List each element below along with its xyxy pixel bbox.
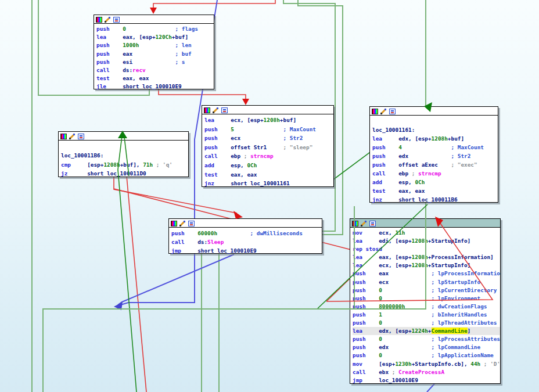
code-line[interactable]: loc_10001161: xyxy=(372,125,498,134)
code-token: eax xyxy=(379,270,389,276)
cmp-q-block-titlebar[interactable] xyxy=(59,132,188,141)
code-line[interactable]: call ebp ; strncmp xyxy=(372,169,498,178)
sleep-call-block-titlebar[interactable] xyxy=(169,219,322,228)
code-line[interactable]: jnz short loc_100011B6 xyxy=(372,195,498,204)
code-line[interactable]: test eax, eax xyxy=(96,74,214,82)
edit-pencil-icon[interactable] xyxy=(69,134,76,139)
code-token: 1208h xyxy=(412,238,428,244)
code-line[interactable]: call ds:Sleep xyxy=(171,238,322,246)
code-token: mov xyxy=(353,229,379,236)
code-line[interactable]: push 0 ; lpProcessAttributes xyxy=(353,335,500,343)
code-line[interactable]: mov [esp+1230h+StartupInfo.cb], 44h ; 'D… xyxy=(353,360,500,368)
strncmp-sleep-block-titlebar[interactable] xyxy=(202,106,333,114)
code-line[interactable]: call ds:recv xyxy=(96,66,214,74)
code-token: call xyxy=(372,170,398,177)
code-line[interactable] xyxy=(372,117,498,125)
code-token: ; buf xyxy=(175,51,191,57)
createprocess-block-titlebar[interactable] xyxy=(350,219,500,228)
text-frame-icon[interactable] xyxy=(188,221,195,226)
code-line[interactable]: jmp loc_100010E9 xyxy=(353,376,500,384)
highlighted-identifier: CommandLine xyxy=(432,328,468,334)
flow-edge-13 xyxy=(427,384,434,392)
code-line[interactable]: call ebp ; strncmp xyxy=(204,152,333,161)
code-line[interactable]: push 60000h ; dwMilliseconds xyxy=(171,229,322,238)
code-line[interactable]: push 0 ; flags xyxy=(96,25,214,33)
recv-block-titlebar[interactable] xyxy=(94,15,214,24)
palette-icon[interactable] xyxy=(171,221,177,226)
disassembly-graph-canvas[interactable]: push 0 ; flagslea eax, [esp+120Ch+buf]pu… xyxy=(0,0,539,392)
code-line[interactable]: push edx ; Str2 xyxy=(372,152,498,160)
code-token: strncmp xyxy=(250,153,274,159)
code-line[interactable]: lea ecx, [esp+1208h+buf] xyxy=(204,116,333,125)
code-line[interactable]: push edx ; lpCommandLine xyxy=(353,343,500,351)
text-frame-icon[interactable] xyxy=(221,107,228,113)
code-line[interactable]: mov ecx, 11h xyxy=(353,229,500,237)
code-line[interactable]: push 0 ; lpEnvironment xyxy=(353,294,500,303)
code-line[interactable]: add esp, 0Ch xyxy=(372,178,498,186)
palette-icon[interactable] xyxy=(60,134,67,139)
code-line[interactable]: push 1000h ; len xyxy=(96,41,214,49)
code-line[interactable]: push offset aExec ; "exec" xyxy=(372,160,498,169)
createprocess-block[interactable]: mov ecx, 11hlea edi, [esp+1208h+StartupI… xyxy=(350,218,501,384)
code-line[interactable]: test eax, eax xyxy=(204,170,333,179)
code-line[interactable]: push esi ; s xyxy=(96,58,214,66)
code-token: 1224h xyxy=(412,328,428,334)
text-frame-icon[interactable] xyxy=(369,221,376,226)
code-line[interactable]: push offset Str1 ; "sleep" xyxy=(204,143,333,152)
strncmp-exec-block[interactable]: loc_10001161:lea edx, [esp+1208h+buf]pus… xyxy=(369,106,498,203)
edit-pencil-icon[interactable] xyxy=(105,17,111,23)
code-line[interactable]: loc_100011B6: xyxy=(61,151,188,160)
code-line[interactable]: lea edi, [esp+1208h+StartupInfo] xyxy=(353,237,500,245)
code-line[interactable]: push 4 ; MaxCount xyxy=(372,143,498,152)
code-token: strncmp xyxy=(418,170,441,177)
code-line[interactable]: cmp [esp+1208h+buf], 71h ; 'q' xyxy=(61,160,188,170)
cmp-q-block[interactable]: loc_100011B6:cmp [esp+1208h+buf], 71h ; … xyxy=(58,131,189,177)
edit-pencil-icon[interactable] xyxy=(380,109,387,114)
flow-edge-5 xyxy=(219,0,343,392)
code-token: eax, eax xyxy=(123,75,149,81)
code-line[interactable]: call ebx ; CreateProcessA xyxy=(353,368,500,376)
code-line[interactable]: push 0 ; lpThreadAttributes xyxy=(353,319,500,327)
code-token: offset aExec xyxy=(398,161,438,168)
text-frame-icon[interactable] xyxy=(78,134,84,139)
palette-icon[interactable] xyxy=(96,17,102,23)
palette-icon[interactable] xyxy=(352,221,358,226)
code-line[interactable]: rep stosd xyxy=(353,245,500,253)
code-line[interactable]: lea eax, [esp+120Ch+buf] xyxy=(96,33,214,41)
palette-icon[interactable] xyxy=(204,107,210,113)
palette-icon[interactable] xyxy=(372,109,378,114)
code-line[interactable]: push 0 ; lpCurrentDirectory xyxy=(353,286,500,294)
code-line[interactable]: push eax ; buf xyxy=(96,50,214,58)
code-token xyxy=(382,319,432,326)
code-line[interactable]: add esp, 0Ch xyxy=(204,161,333,170)
strncmp-exec-block-titlebar[interactable] xyxy=(370,107,498,116)
edit-pencil-icon[interactable] xyxy=(361,221,367,226)
code-token xyxy=(438,161,451,168)
edit-pencil-icon[interactable] xyxy=(213,107,219,113)
code-line[interactable]: push ecx ; Str2 xyxy=(204,134,333,143)
text-frame-icon[interactable] xyxy=(113,17,120,23)
code-line[interactable]: push 0 ; lpApplicationName xyxy=(353,351,500,359)
text-frame-icon[interactable] xyxy=(389,109,396,114)
code-token: test xyxy=(96,75,123,81)
edit-pencil-icon[interactable] xyxy=(179,221,186,226)
code-line[interactable]: jle short loc_100010E9 xyxy=(96,82,214,91)
code-line[interactable]: lea edx, [esp+1208h+buf] xyxy=(372,134,498,143)
code-line[interactable]: jmp short loc_100010E9 xyxy=(171,246,322,255)
code-line[interactable]: lea edx, [esp+1224h+CommandLine] xyxy=(353,327,500,335)
strncmp-sleep-block[interactable]: lea ecx, [esp+1208h+buf]push 5 ; MaxCoun… xyxy=(202,105,334,187)
code-line[interactable]: jz short loc_100011D0 xyxy=(61,169,188,178)
code-line[interactable]: test eax, eax xyxy=(372,186,498,195)
code-line[interactable]: push eax ; lpProcessInformation xyxy=(353,269,500,278)
code-line[interactable]: lea eax, [esp+1208h+ProcessInformation] xyxy=(353,253,500,261)
code-line[interactable]: push 1 ; bInheritHandles xyxy=(353,311,500,319)
recv-block[interactable]: push 0 ; flagslea eax, [esp+120Ch+buf]pu… xyxy=(94,15,214,89)
code-line[interactable] xyxy=(61,142,188,151)
code-line[interactable]: jnz short loc_10001161 xyxy=(204,179,333,188)
code-token: loc_100011B6: xyxy=(61,152,103,159)
code-line[interactable]: push ecx ; lpStartupInfo xyxy=(353,278,500,286)
code-line[interactable]: push 8000000h ; dwCreationFlags xyxy=(353,303,500,311)
code-line[interactable]: lea ecx, [esp+1208h+StartupInfo] xyxy=(353,261,500,269)
code-line[interactable]: push 5 ; MaxCount xyxy=(204,125,333,134)
sleep-call-block[interactable]: push 60000h ; dwMillisecondscall ds:Slee… xyxy=(168,218,322,254)
